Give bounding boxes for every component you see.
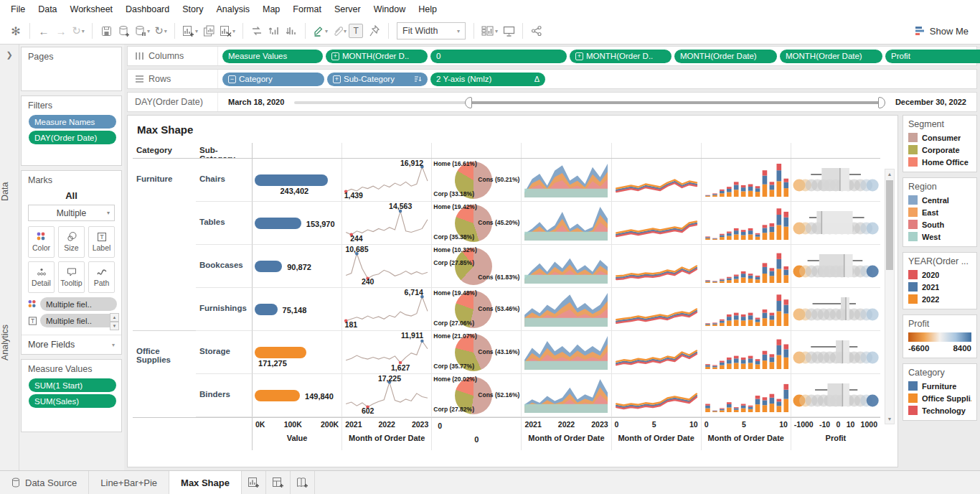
area-chart-cell[interactable] — [521, 202, 611, 245]
show-mark-labels-button[interactable]: T — [349, 24, 363, 38]
tab-data-source[interactable]: Data Source — [0, 471, 89, 494]
measure-values-pill-1[interactable]: SUM(Sales) — [29, 394, 116, 408]
bar-chart-cell[interactable]: 243,402 — [252, 159, 341, 202]
legend-item[interactable]: 2022 — [908, 294, 971, 304]
columns-pill-3[interactable]: +MONTH(Order D.. — [570, 50, 672, 63]
stacked-bar-cell[interactable] — [701, 159, 791, 202]
pie-chart-cell[interactable]: Home (20.02%)Corp (27.82%)Cons (52.16%) — [431, 374, 521, 417]
sort-descending-button[interactable] — [283, 22, 300, 40]
bar-chart-cell[interactable]: 149,840 — [252, 374, 341, 417]
pause-auto-updates-button[interactable]: ▾ — [132, 22, 152, 40]
legend-item[interactable]: West — [908, 232, 971, 241]
box-plot-cell[interactable] — [791, 202, 880, 245]
multi-line-cell[interactable] — [611, 202, 701, 245]
stacked-bar-cell[interactable] — [701, 331, 791, 374]
multi-line-cell[interactable] — [611, 331, 701, 374]
columns-pill-4[interactable]: MONTH(Order Date) — [674, 50, 777, 63]
area-chart-cell[interactable] — [521, 159, 611, 202]
menu-help[interactable]: Help — [412, 1, 443, 17]
filter-pill-0[interactable]: Measure Names — [29, 115, 116, 129]
bar-mark[interactable] — [255, 347, 306, 358]
swap-rows-columns-button[interactable] — [248, 22, 265, 40]
menu-server[interactable]: Server — [328, 1, 367, 17]
menu-data[interactable]: Data — [32, 1, 63, 17]
pie-chart-cell[interactable]: Home (16.61%)Corp (33.18%)Cons (50.21%) — [431, 159, 521, 202]
line-chart-cell[interactable]: 17,225602 — [341, 374, 431, 417]
replay-button[interactable]: ↻▾ — [70, 22, 87, 40]
legend-item[interactable]: 2020 — [908, 270, 971, 279]
legend-item[interactable]: 2021 — [908, 282, 971, 292]
marks-detail-button[interactable]: Detail — [28, 261, 55, 293]
box-plot-cell[interactable] — [791, 374, 880, 417]
axis-cell[interactable]: 202120222023Month of Order Date — [341, 418, 431, 450]
pie-chart-cell[interactable]: Home (19.42%)Corp (35.38%)Cons (45.20%) — [431, 202, 521, 245]
slider-handle-right[interactable] — [878, 97, 885, 108]
bar-mark[interactable] — [255, 174, 328, 186]
rows-pill-1[interactable]: +Sub-Category — [327, 73, 428, 86]
menu-file[interactable]: File — [4, 1, 32, 17]
scrollbar-thumb[interactable] — [886, 180, 893, 270]
marks-label-button[interactable]: TLabel — [88, 226, 115, 258]
multi-line-cell[interactable] — [611, 288, 701, 331]
presentation-mode-button[interactable] — [500, 22, 517, 40]
columns-pill-6[interactable]: Profit — [885, 50, 980, 63]
rows-pill-2[interactable]: 2 Y-axis (Nmlz)Δ — [430, 73, 545, 86]
save-button[interactable] — [98, 22, 115, 40]
axis-cell[interactable]: -1000-100101000Profit — [791, 418, 880, 450]
new-worksheet-tab-button[interactable] — [242, 471, 266, 494]
axis-cell[interactable]: 202120222023Month of Order Date — [521, 418, 611, 450]
run-auto-updates-button[interactable]: ↻▾ — [152, 22, 169, 40]
bar-mark[interactable] — [255, 390, 300, 401]
bar-chart-cell[interactable]: 153,970 — [252, 202, 341, 245]
legend-item[interactable]: Technology — [908, 406, 971, 415]
scroll-down-icon[interactable]: ▼ — [110, 322, 119, 330]
stacked-bar-cell[interactable] — [701, 288, 791, 331]
highlight-button[interactable]: ▾ — [311, 22, 330, 40]
sort-ascending-button[interactable] — [265, 22, 283, 40]
bar-chart-cell[interactable]: 171,275 — [252, 331, 341, 374]
mark-type-selector[interactable]: Multiple ▾ — [28, 205, 115, 221]
area-chart-cell[interactable] — [521, 331, 611, 374]
axis-cell[interactable]: 0510Month of Order Date — [611, 418, 701, 450]
line-chart-cell[interactable]: 10,685240 — [341, 245, 431, 288]
multi-line-cell[interactable] — [611, 159, 701, 202]
menu-format[interactable]: Format — [286, 1, 328, 17]
slider-active-range[interactable] — [468, 101, 882, 104]
marks-path-button[interactable]: Path — [88, 261, 115, 293]
box-plot-cell[interactable] — [791, 245, 880, 288]
stacked-bar-cell[interactable] — [701, 245, 791, 288]
duplicate-sheet-button[interactable] — [200, 22, 217, 40]
columns-pill-0[interactable]: Measure Values — [222, 50, 323, 63]
axis-cell[interactable]: 0510Month of Order Date — [701, 418, 791, 450]
new-story-button[interactable] — [291, 471, 315, 494]
pie-chart-cell[interactable]: Home (10.32%)Corp (27.85%)Cons (61.83%) — [431, 245, 521, 288]
axis-cell[interactable]: 00 — [431, 418, 521, 450]
line-chart-cell[interactable]: 16,9121,439 — [341, 159, 431, 202]
box-plot-cell[interactable] — [791, 159, 880, 202]
line-chart-cell[interactable]: 11,9111,627 — [341, 331, 431, 374]
menu-map[interactable]: Map — [256, 1, 286, 17]
stacked-bar-cell[interactable] — [701, 202, 791, 245]
scroll-up-icon[interactable]: ▲ — [110, 313, 119, 322]
area-chart-cell[interactable] — [521, 374, 611, 417]
area-chart-cell[interactable] — [521, 245, 611, 288]
multi-line-cell[interactable] — [611, 245, 701, 288]
marks-field-pill-0[interactable]: Multiple fiel.. — [40, 297, 117, 311]
menu-dashboard[interactable]: Dashboard — [119, 1, 176, 17]
forward-button[interactable]: → — [52, 22, 70, 40]
bar-chart-cell[interactable]: 75,148 — [252, 288, 341, 331]
legend-item[interactable]: Office Suppli.. — [908, 393, 971, 403]
tab-data[interactable]: Data — [0, 159, 19, 224]
expand-icon[interactable]: + — [331, 52, 339, 60]
show-me-button[interactable]: Show Me — [915, 26, 973, 37]
more-fields-button[interactable]: More Fields ▾ — [22, 335, 121, 354]
show-hide-cards-button[interactable]: ▾ — [479, 22, 500, 40]
bar-mark[interactable] — [255, 218, 301, 229]
box-plot-cell[interactable] — [791, 331, 880, 374]
legend-item[interactable]: Corporate — [908, 145, 971, 154]
bar-chart-cell[interactable]: 90,872 — [252, 245, 341, 288]
box-plot-cell[interactable] — [791, 288, 880, 331]
collapse-pane-button[interactable]: ❯ — [3, 48, 17, 62]
new-data-source-button[interactable] — [115, 22, 132, 40]
line-chart-cell[interactable]: 14,563244 — [341, 202, 431, 245]
